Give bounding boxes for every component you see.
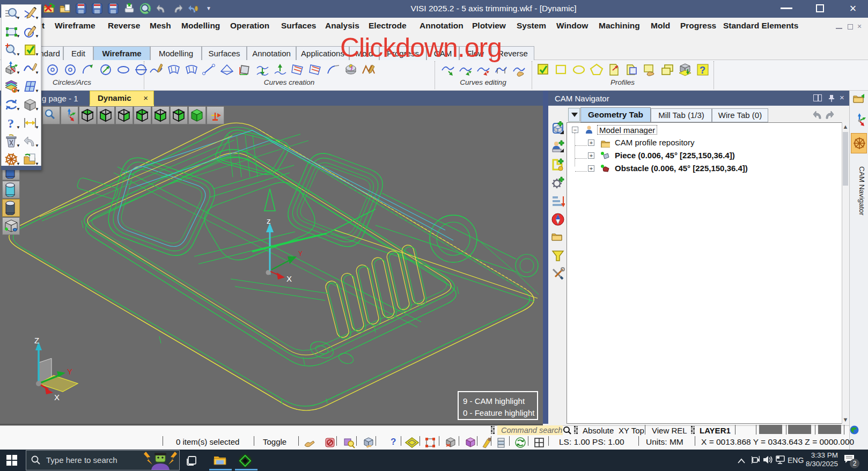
- svg-text:?: ?: [8, 116, 14, 130]
- svg-text:X: X: [54, 393, 60, 402]
- svg-text:Y: Y: [298, 250, 303, 257]
- svg-text:Y: Y: [67, 367, 72, 376]
- svg-text:Z: Z: [34, 336, 39, 345]
- svg-text:z: z: [267, 216, 271, 225]
- svg-text:?: ?: [700, 65, 705, 76]
- svg-text:X: X: [286, 274, 292, 283]
